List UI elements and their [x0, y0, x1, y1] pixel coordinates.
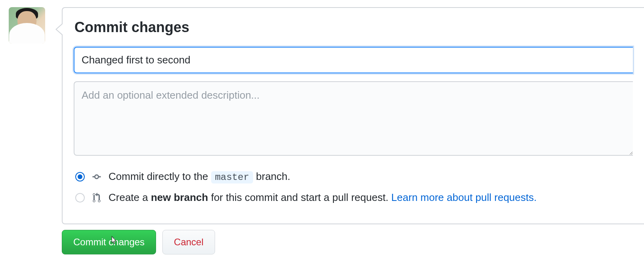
- form-actions: Commit changes Cancel: [0, 230, 644, 254]
- branch-options: Commit directly to the master branch. Cr…: [74, 170, 633, 204]
- text-emphasis: new branch: [151, 191, 208, 203]
- git-commit-icon: [91, 172, 102, 182]
- text-suffix: for this commit and start a pull request…: [208, 191, 391, 203]
- radio-selected-icon: [75, 172, 85, 182]
- create-branch-text: Create a new branch for this commit and …: [109, 191, 537, 204]
- user-avatar[interactable]: [9, 7, 45, 44]
- commit-summary-input[interactable]: [74, 47, 633, 73]
- radio-unselected-icon: [75, 193, 85, 203]
- commit-direct-option[interactable]: Commit directly to the master branch.: [75, 170, 633, 183]
- commit-form-panel: Commit changes Commit directly to the ma…: [62, 7, 644, 224]
- git-pull-request-icon: [91, 193, 102, 203]
- commit-description-textarea[interactable]: [74, 81, 633, 156]
- form-title: Commit changes: [74, 19, 633, 36]
- button-label: Commit changes: [73, 237, 145, 247]
- text-prefix: Commit directly to the: [109, 170, 211, 182]
- cancel-button[interactable]: Cancel: [162, 230, 215, 254]
- create-branch-option[interactable]: Create a new branch for this commit and …: [75, 191, 633, 204]
- commit-changes-button[interactable]: Commit changes: [62, 230, 156, 254]
- branch-name-badge: master: [211, 171, 253, 183]
- commit-direct-text: Commit directly to the master branch.: [109, 170, 290, 183]
- text-suffix: branch.: [253, 170, 290, 182]
- text-prefix: Create a: [109, 191, 151, 203]
- learn-more-link[interactable]: Learn more about pull requests.: [391, 191, 537, 203]
